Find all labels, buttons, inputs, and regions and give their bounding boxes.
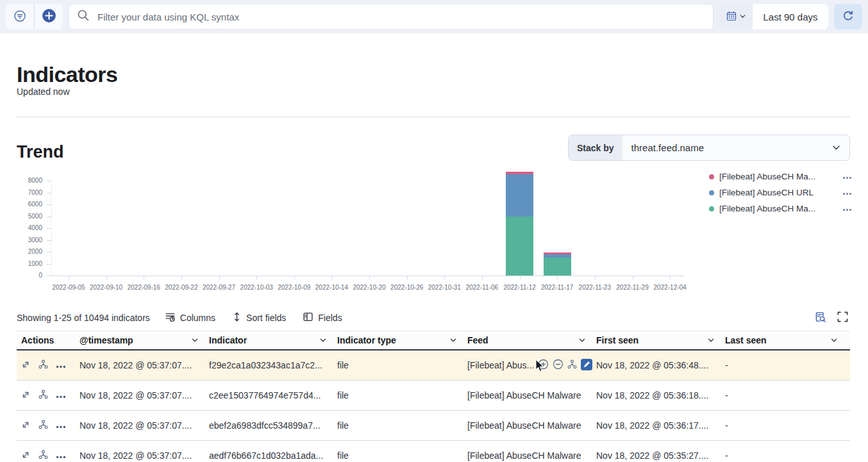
column-header-last-seen[interactable]: Last seen bbox=[725, 335, 848, 345]
fields-button-label: Fields bbox=[318, 313, 342, 323]
fields-button[interactable]: Fields bbox=[294, 311, 350, 324]
column-header-feed[interactable]: Feed bbox=[467, 335, 596, 345]
investigate-in-timeline-button[interactable] bbox=[38, 450, 48, 461]
expand-icon bbox=[21, 360, 30, 371]
expand-button[interactable] bbox=[21, 420, 30, 431]
legend-actions-button[interactable] bbox=[842, 172, 853, 181]
investigate-in-timeline-button[interactable] bbox=[38, 390, 48, 401]
edit-button[interactable] bbox=[581, 359, 592, 372]
expand-button[interactable] bbox=[21, 360, 30, 371]
investigate-in-timeline-button[interactable] bbox=[38, 420, 48, 431]
kql-filter-bar[interactable] bbox=[69, 4, 714, 29]
expand-button[interactable] bbox=[21, 450, 30, 461]
top-query-bar: Last 90 days bbox=[0, 0, 868, 33]
chevron-down-icon[interactable] bbox=[578, 336, 586, 344]
columns-button[interactable]: Columns bbox=[156, 311, 224, 324]
chevron-down-icon[interactable] bbox=[319, 336, 327, 344]
timestamp-cell: Nov 18, 2022 @ 05:37:07.... bbox=[79, 390, 209, 400]
column-header-label: @timestamp bbox=[79, 335, 133, 345]
refresh-icon bbox=[842, 10, 854, 24]
column-header-indicator-type[interactable]: Indicator type bbox=[337, 335, 467, 345]
indicator-type-cell: file bbox=[337, 360, 467, 370]
bar-segment[interactable] bbox=[544, 258, 571, 276]
legend-item: [Filebeat] AbuseCH URL bbox=[709, 186, 853, 199]
column-header-label: Indicator bbox=[209, 335, 247, 345]
date-quick-select-button[interactable] bbox=[719, 4, 753, 29]
x-axis-tick bbox=[407, 276, 408, 279]
legend-series-label[interactable]: [Filebeat] AbuseCH URL bbox=[719, 188, 837, 197]
more-actions-icon bbox=[56, 391, 65, 400]
results-count: Showing 1-25 of 10494 indicators bbox=[17, 313, 150, 323]
legend-series-label[interactable]: [Filebeat] AbuseCH Ma... bbox=[719, 204, 837, 213]
expand-icon bbox=[21, 390, 30, 401]
legend-actions-button[interactable] bbox=[842, 188, 853, 197]
y-axis-label: 1000 bbox=[17, 260, 42, 268]
chart-legend: [Filebeat] AbuseCH Ma... [Filebeat] Abus… bbox=[709, 170, 853, 215]
indicator-cell: aedf76b667c1d032ba1ada... bbox=[209, 450, 337, 461]
legend-item: [Filebeat] AbuseCH Ma... bbox=[709, 202, 853, 215]
column-header-first-seen[interactable]: First seen bbox=[596, 335, 725, 345]
date-range-button[interactable]: Last 90 days bbox=[753, 4, 828, 29]
more-actions-button[interactable] bbox=[56, 451, 65, 461]
bar-segment[interactable] bbox=[506, 217, 533, 276]
more-actions-button[interactable] bbox=[56, 391, 65, 400]
legend-actions-button[interactable] bbox=[842, 204, 853, 213]
chevron-down-icon bbox=[831, 143, 841, 153]
timestamp-cell: Nov 18, 2022 @ 05:37:07.... bbox=[79, 420, 209, 431]
investigate-in-timeline-button[interactable] bbox=[38, 359, 48, 371]
refresh-button[interactable] bbox=[834, 4, 862, 29]
sort-fields-button[interactable]: Sort fields bbox=[224, 311, 294, 324]
indicator-cell: ebef2a6983dfcc534899a7... bbox=[209, 420, 337, 431]
timestamp-cell: Nov 18, 2022 @ 05:37:07.... bbox=[79, 360, 209, 370]
kql-search-input[interactable] bbox=[96, 11, 705, 23]
x-axis-tick bbox=[294, 276, 295, 279]
chevron-down-icon[interactable] bbox=[707, 336, 715, 344]
stack-by-select[interactable]: Stack by threat.feed.name bbox=[568, 135, 850, 161]
y-axis-label: 8000 bbox=[17, 177, 42, 185]
add-filter-button[interactable] bbox=[35, 4, 63, 29]
y-axis-label: 4000 bbox=[17, 224, 42, 232]
x-axis-tick bbox=[482, 276, 483, 279]
fullscreen-icon bbox=[837, 311, 849, 325]
add-to-timeline-button[interactable] bbox=[567, 359, 577, 371]
bar-segment[interactable] bbox=[544, 254, 571, 258]
table-header-row: Actions @timestamp Indicator Indicator t… bbox=[17, 331, 850, 351]
filter-in-icon bbox=[538, 359, 549, 372]
chevron-down-icon[interactable] bbox=[191, 336, 199, 344]
fullscreen-button[interactable] bbox=[835, 309, 850, 326]
chevron-down-icon[interactable] bbox=[449, 336, 457, 344]
bar-segment[interactable] bbox=[544, 252, 571, 254]
investigate-in-timeline-icon bbox=[38, 359, 48, 371]
y-axis-tick bbox=[47, 228, 51, 229]
more-actions-icon bbox=[56, 361, 65, 370]
chevron-down-icon[interactable] bbox=[830, 336, 838, 344]
x-axis-tick bbox=[144, 276, 144, 279]
y-axis-tick bbox=[47, 240, 51, 241]
first-seen-cell: Nov 18, 2022 @ 05:35:27.... bbox=[596, 450, 725, 461]
column-header-actions[interactable]: Actions bbox=[21, 335, 79, 345]
x-axis-tick bbox=[520, 276, 521, 279]
more-actions-icon bbox=[56, 451, 65, 461]
more-actions-button[interactable] bbox=[56, 361, 65, 370]
filter-out-icon bbox=[553, 359, 563, 372]
y-axis-tick bbox=[47, 264, 51, 265]
legend-series-label[interactable]: [Filebeat] AbuseCH Ma... bbox=[719, 172, 837, 181]
column-header--timestamp[interactable]: @timestamp bbox=[79, 335, 209, 345]
legend-item: [Filebeat] AbuseCH Ma... bbox=[709, 170, 853, 183]
boxes-horizontal-icon bbox=[843, 188, 851, 197]
stack-by-label: Stack by bbox=[569, 135, 622, 160]
more-actions-button[interactable] bbox=[56, 421, 65, 431]
inspect-button[interactable] bbox=[813, 309, 828, 326]
expand-button[interactable] bbox=[21, 390, 30, 401]
saved-query-menu-button[interactable] bbox=[6, 4, 34, 29]
legend-series-dot bbox=[709, 206, 714, 211]
filter-out-button[interactable] bbox=[553, 359, 563, 372]
bar-segment[interactable] bbox=[506, 174, 533, 217]
filter-in-button[interactable] bbox=[538, 359, 549, 372]
bar-segment[interactable] bbox=[506, 172, 533, 174]
last-seen-cell: - bbox=[725, 450, 848, 461]
x-axis-tick bbox=[331, 276, 332, 279]
y-axis-tick bbox=[47, 193, 51, 194]
investigate-in-timeline-icon bbox=[38, 450, 48, 461]
column-header-indicator[interactable]: Indicator bbox=[209, 335, 337, 345]
